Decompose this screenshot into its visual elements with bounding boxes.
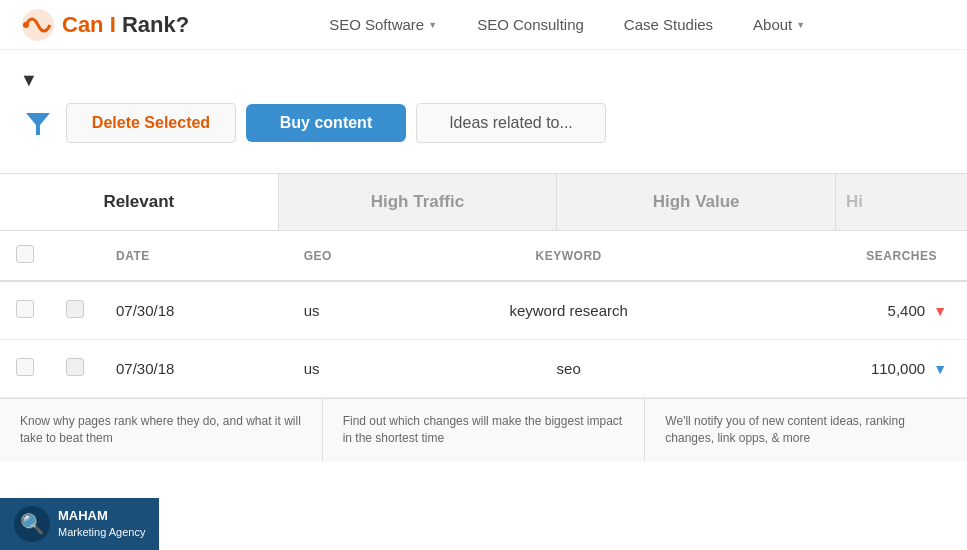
col-checkbox [0, 231, 50, 281]
nav-case-studies[interactable]: Case Studies [624, 16, 713, 33]
nav-about[interactable]: About ▼ [753, 16, 805, 33]
cell-geo: us [288, 281, 413, 340]
svg-marker-2 [26, 113, 50, 135]
cell-date: 07/30/18 [100, 281, 288, 340]
tab-relevant[interactable]: Relevant [0, 174, 279, 230]
seo-software-arrow-icon: ▼ [428, 20, 437, 30]
tab-partial[interactable]: Hi [836, 174, 967, 230]
col-geo[interactable]: GEO [288, 231, 413, 281]
ideas-related-button[interactable]: Ideas related to... [416, 103, 606, 143]
table-wrapper: DATE GEO KEYWORD SEARCHES [0, 230, 967, 398]
cell-geo: us [288, 340, 413, 398]
filter-icon[interactable] [20, 105, 56, 141]
row-icon [66, 300, 84, 318]
nav-seo-consulting[interactable]: SEO Consulting [477, 16, 584, 33]
svg-point-1 [23, 22, 29, 28]
table-row: 07/30/18 us keyword research 5,400 ▼ [0, 281, 967, 340]
col-keyword[interactable]: KEYWORD [413, 231, 725, 281]
col-row-icon [50, 231, 100, 281]
nav-seo-software[interactable]: SEO Software ▼ [329, 16, 437, 33]
cell-keyword: keyword research [413, 281, 725, 340]
about-arrow-icon: ▼ [796, 20, 805, 30]
tab-high-value[interactable]: High Value [557, 174, 836, 230]
tabs-container: Relevant High Traffic High Value Hi [0, 173, 967, 230]
cell-date: 07/30/18 [100, 340, 288, 398]
select-all-checkbox[interactable] [16, 245, 34, 263]
keywords-table: DATE GEO KEYWORD SEARCHES [0, 231, 967, 398]
footer-promo: Know why pages rank where they do, and w… [0, 398, 967, 461]
cell-searches: 5,400 ▼ [725, 281, 967, 340]
cell-searches: 110,000 ▼ [725, 340, 967, 398]
navbar: Can I Rank? SEO Software ▼ SEO Consultin… [0, 0, 967, 50]
trend-down-blue-icon: ▼ [933, 361, 947, 377]
logo[interactable]: Can I Rank? [20, 7, 189, 43]
trend-down-icon: ▼ [933, 303, 947, 319]
buy-content-button[interactable]: Buy content [246, 104, 406, 142]
toolbar-row: Delete Selected Buy content Ideas relate… [20, 103, 947, 143]
row-icon [66, 358, 84, 376]
col-date[interactable]: DATE [100, 231, 288, 281]
sort-arrow-icon[interactable]: ▼ [20, 70, 947, 91]
table-row: 07/30/18 us seo 110,000 ▼ [0, 340, 967, 398]
tab-high-traffic[interactable]: High Traffic [279, 174, 558, 230]
cell-keyword: seo [413, 340, 725, 398]
promo-col-1: Know why pages rank where they do, and w… [0, 399, 323, 461]
row-checkbox[interactable] [16, 300, 34, 318]
row-checkbox[interactable] [16, 358, 34, 376]
nav-links: SEO Software ▼ SEO Consulting Case Studi… [329, 16, 947, 33]
logo-text: Can I Rank? [62, 12, 189, 38]
delete-selected-button[interactable]: Delete Selected [66, 103, 236, 143]
promo-col-3: We'll notify you of new content ideas, r… [645, 399, 967, 461]
col-searches[interactable]: SEARCHES [725, 231, 967, 281]
toolbar-section: ▼ Delete Selected Buy content Ideas rela… [0, 50, 967, 153]
promo-col-2: Find out which changes will make the big… [323, 399, 646, 461]
